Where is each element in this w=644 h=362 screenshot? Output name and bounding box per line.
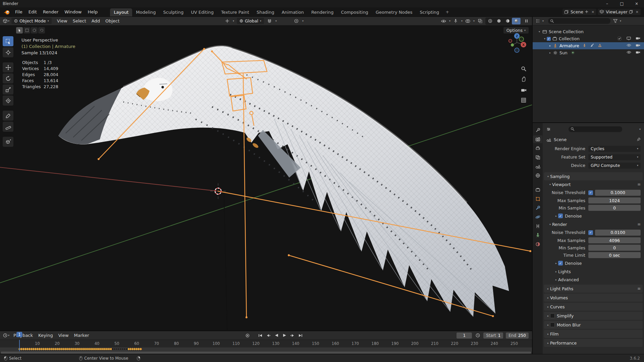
- simplify-checkbox[interactable]: ✓: [550, 313, 555, 318]
- vp-noise-threshold-field[interactable]: 0.1000: [595, 190, 641, 196]
- collection-visible-checkbox[interactable]: [618, 37, 622, 41]
- shading-rendered-button[interactable]: [512, 18, 521, 24]
- tab-object-data[interactable]: [533, 231, 542, 239]
- select-circle-button[interactable]: [31, 27, 38, 34]
- vp-min-samples-field[interactable]: 0: [588, 205, 641, 211]
- tab-compositing[interactable]: Compositing: [337, 8, 372, 16]
- select-lasso-button[interactable]: [38, 27, 45, 34]
- feature-set-dropdown[interactable]: Supported▾: [588, 154, 641, 160]
- close-button[interactable]: ×: [629, 0, 644, 7]
- camera-view-icon[interactable]: [520, 86, 527, 94]
- expand-icon[interactable]: ▾: [537, 30, 541, 33]
- menu-window[interactable]: Window: [61, 7, 85, 16]
- panel-menu-icon[interactable]: ≡: [637, 182, 641, 187]
- tab-geometry-nodes[interactable]: Geometry Nodes: [372, 8, 416, 16]
- viewport-menu-select[interactable]: Select: [70, 17, 89, 25]
- mode-dropdown[interactable]: Object Mode ▾: [11, 18, 52, 24]
- subsection-viewport[interactable]: ▾Viewport≡: [545, 180, 641, 188]
- select-box-button[interactable]: [23, 27, 30, 34]
- tool-rotate[interactable]: [3, 73, 13, 83]
- visibility-icon[interactable]: [441, 18, 447, 24]
- collection-checkbox[interactable]: ✓: [547, 37, 551, 41]
- play-button[interactable]: [281, 333, 288, 339]
- properties-filter-chevron-icon[interactable]: ▾: [639, 128, 641, 131]
- expand-icon[interactable]: ▸: [548, 44, 552, 47]
- tool-add-cube[interactable]: [3, 137, 13, 147]
- tab-output[interactable]: [533, 144, 542, 152]
- new-scene-icon[interactable]: [585, 10, 590, 14]
- editor-type-icon[interactable]: [2, 18, 8, 24]
- unlink-scene-button[interactable]: ×: [591, 10, 595, 14]
- frame-end-field[interactable]: End250: [506, 333, 529, 339]
- tool-move[interactable]: [3, 62, 13, 72]
- orientation-dropdown[interactable]: Global ▾: [237, 18, 264, 24]
- overlays-chevron-icon[interactable]: ▾: [473, 19, 475, 22]
- shading-solid-button[interactable]: [494, 18, 503, 24]
- r-max-samples-field[interactable]: 4096: [588, 237, 641, 243]
- tool-transform[interactable]: [3, 96, 13, 106]
- timeline-menu-keying[interactable]: Keying: [36, 331, 56, 340]
- pin-id-icon[interactable]: [637, 137, 641, 141]
- select-tweak-button[interactable]: [16, 27, 23, 34]
- play-reverse-button[interactable]: [273, 333, 280, 339]
- section-sampling[interactable]: ▾Sampling: [544, 172, 643, 180]
- tab-physics[interactable]: [533, 213, 542, 221]
- remove-viewlayer-button[interactable]: ×: [635, 10, 639, 14]
- tab-tool[interactable]: [533, 126, 542, 134]
- hide-eye-icon[interactable]: [627, 51, 631, 55]
- visibility-chevron-icon[interactable]: ▾: [449, 19, 450, 22]
- snap-chevron-icon[interactable]: ▾: [275, 19, 277, 22]
- tool-annotate[interactable]: [3, 111, 13, 121]
- outliner-row-armature[interactable]: ▸ Armature: [533, 42, 644, 49]
- editor-type-chevron-icon[interactable]: ▾: [8, 19, 9, 22]
- advanced-row[interactable]: ▸Advanced: [545, 276, 641, 284]
- navigation-gizmo-icon[interactable]: Z X: [506, 32, 527, 53]
- properties-editor-icon[interactable]: [545, 126, 551, 132]
- r-time-limit-field[interactable]: 0 sec: [588, 252, 641, 258]
- vp-max-samples-field[interactable]: 1024: [588, 197, 641, 203]
- tab-modifiers[interactable]: [533, 204, 542, 212]
- gizmo-chevron-icon[interactable]: ▾: [461, 19, 463, 22]
- expand-icon[interactable]: ▾: [543, 37, 547, 40]
- section-film[interactable]: ▸Film: [544, 330, 643, 338]
- blender-logo-icon[interactable]: [3, 9, 11, 15]
- r-denoise-row[interactable]: ▸✓ Denoise: [545, 259, 641, 267]
- viewport-menu-object[interactable]: Object: [103, 17, 122, 25]
- auto-keying-button[interactable]: [244, 333, 251, 339]
- r-min-samples-field[interactable]: 0: [588, 245, 641, 251]
- ortho-grid-icon[interactable]: [520, 97, 527, 104]
- next-keyframe-button[interactable]: [289, 333, 296, 339]
- tab-texture-paint[interactable]: Texture Paint: [217, 8, 253, 16]
- jump-to-end-button[interactable]: [297, 333, 304, 339]
- tab-sculpting[interactable]: Sculpting: [159, 8, 187, 16]
- transform-pivot-icon[interactable]: [224, 18, 230, 24]
- keyframe-track[interactable]: ◆◆◆◆◆◆◆◆◆◆◆◆◆◆◆◆◆◆◆◆◆◆◆◆◆◆◆◆◆◆◆◆◆◆◆◆◆◆◆◆…: [0, 347, 532, 352]
- tab-modeling[interactable]: Modeling: [132, 8, 159, 16]
- menu-file[interactable]: File: [12, 7, 25, 16]
- section-performance[interactable]: ▸Performance: [544, 339, 643, 347]
- current-frame-line[interactable]: [19, 340, 20, 351]
- section-light-paths[interactable]: ▸Light Paths≡: [544, 285, 643, 293]
- menu-edit[interactable]: Edit: [25, 7, 40, 16]
- timeline-ruler[interactable]: 1020304050607080901001101201301401501601…: [0, 340, 532, 347]
- preview-range-clock-icon[interactable]: [475, 333, 481, 338]
- xray-toggle-icon[interactable]: [477, 18, 483, 24]
- jump-to-start-button[interactable]: [257, 333, 264, 339]
- properties-search-input[interactable]: [569, 126, 622, 132]
- tab-render[interactable]: [533, 135, 542, 143]
- outliner-editor-chevron-icon[interactable]: ▾: [542, 19, 544, 22]
- timeline-editor[interactable]: ▾ PlaybackKeyingViewMarker 1: [0, 330, 532, 354]
- outliner-editor-icon[interactable]: [535, 18, 541, 24]
- lights-row[interactable]: ▸Lights: [545, 267, 641, 276]
- tab-object[interactable]: [533, 195, 542, 203]
- r-noise-threshold-field[interactable]: 0.0100: [595, 230, 641, 236]
- frame-start-field[interactable]: Start1: [483, 333, 503, 339]
- section-curves[interactable]: ▸Curves: [544, 303, 643, 311]
- timeline-editor-chevron-icon[interactable]: ▾: [8, 334, 9, 337]
- outliner-search-input[interactable]: [548, 18, 610, 24]
- tab-scene[interactable]: [533, 163, 542, 170]
- vp-noise-threshold-checkbox[interactable]: ✓: [588, 190, 593, 195]
- tab-collection[interactable]: [533, 186, 542, 194]
- proportional-chevron-icon[interactable]: ▾: [302, 19, 304, 22]
- outliner-row-scene-collection[interactable]: ▾ Scene Collection: [533, 28, 644, 35]
